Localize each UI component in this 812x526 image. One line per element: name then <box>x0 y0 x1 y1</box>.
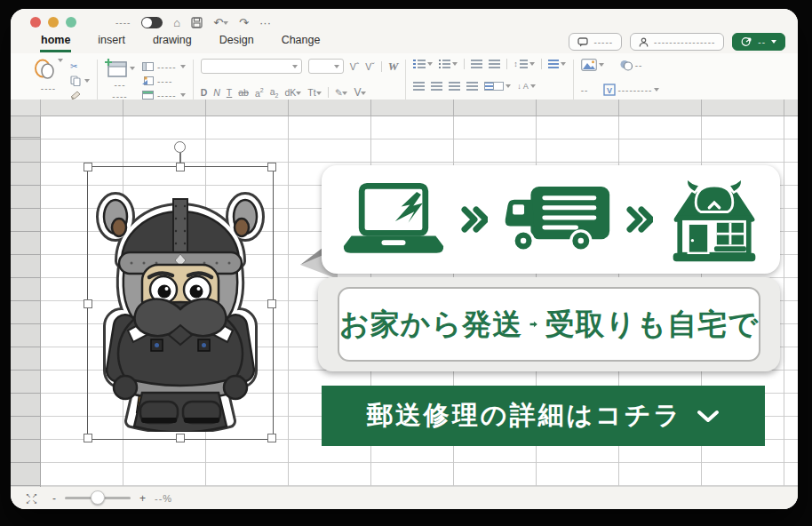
handle-bottom-left[interactable] <box>84 434 92 442</box>
chevron-down-icon <box>697 410 720 423</box>
change-case-button[interactable]: Tt <box>307 87 321 98</box>
column-header-row[interactable] <box>11 100 798 116</box>
font-color-caret-icon <box>361 92 366 95</box>
row-header-column[interactable] <box>11 116 41 487</box>
repair-shop-icon <box>668 175 760 264</box>
bullets-button[interactable] <box>413 60 433 68</box>
share-button[interactable]: -- <box>732 33 785 51</box>
redo-icon[interactable]: ↷ <box>239 17 249 28</box>
handle-middle-left[interactable] <box>84 299 92 308</box>
insert-picture-button[interactable] <box>581 59 604 71</box>
list-options-button[interactable] <box>548 60 566 68</box>
close-button[interactable] <box>30 17 41 28</box>
line-spacing-caret-icon <box>529 62 535 66</box>
insert-cells-button[interactable]: --- ---- <box>105 59 135 101</box>
numbering-button[interactable] <box>439 60 458 68</box>
shapes-caption: -- <box>635 60 643 70</box>
tab-home[interactable]: home <box>40 31 71 52</box>
brush-icon <box>70 91 82 100</box>
clipboard-group: ---- ✂ <box>34 57 90 104</box>
bold-button[interactable]: D <box>201 87 208 98</box>
sort-button[interactable]: ↓A <box>517 82 536 91</box>
copy-icon <box>70 76 81 86</box>
chevrons-right-icon <box>626 203 653 235</box>
zoom-in-button[interactable]: + <box>139 492 146 505</box>
comments-button[interactable]: ----- <box>569 33 622 51</box>
undo-caret-icon <box>223 21 228 25</box>
caption-text-right: 受取りも自宅で <box>545 305 759 345</box>
zoom-slider-thumb[interactable] <box>91 490 105 505</box>
decrease-indent-button[interactable] <box>471 60 482 68</box>
merge-cells-button[interactable] <box>484 82 511 91</box>
line-spacing-button[interactable]: ↕ <box>513 60 535 68</box>
cut-button[interactable]: ✂ <box>70 61 90 72</box>
kerning-button[interactable]: dK <box>284 87 301 98</box>
copy-caret-icon <box>84 79 90 83</box>
rotation-handle[interactable] <box>174 141 186 153</box>
font-name-combobox[interactable] <box>201 59 302 74</box>
highlight-button[interactable]: ✎ <box>335 87 348 98</box>
textbox-caret-icon <box>654 88 659 92</box>
textbox-button[interactable]: V --------- <box>603 84 659 96</box>
handle-bottom-middle[interactable] <box>176 434 185 442</box>
handle-middle-right[interactable] <box>267 299 276 308</box>
underline-button[interactable]: T <box>227 87 232 98</box>
shrink-font-button[interactable]: Vˇ <box>365 61 375 72</box>
tab-design[interactable]: Design <box>219 31 255 52</box>
svg-text:V: V <box>607 86 612 95</box>
tab-insert[interactable]: insert <box>97 31 126 52</box>
wordart-button[interactable]: W <box>388 60 399 74</box>
cells-row2-label: ---- <box>157 76 172 86</box>
bullets-caret-icon <box>427 62 433 66</box>
mail-repair-details-button[interactable]: 郵送修理の詳細はコチラ <box>322 386 765 446</box>
increase-indent-button[interactable] <box>489 60 500 68</box>
align-right-button[interactable] <box>449 82 460 91</box>
subscript-button[interactable]: a2 <box>270 86 279 99</box>
zoom-button[interactable] <box>66 17 76 28</box>
font-size-combobox[interactable] <box>308 59 344 74</box>
paste-caption: ---- <box>41 84 56 93</box>
fullscreen-icon[interactable]: ↖↗ ↙↘ <box>26 492 38 505</box>
home-icon[interactable]: ⌂ <box>173 17 180 28</box>
copy-button[interactable] <box>70 76 90 86</box>
cells-row1-button[interactable]: ----- <box>142 61 186 72</box>
tab-change[interactable]: Change <box>281 31 322 52</box>
shapes-icon <box>619 60 633 71</box>
handle-bottom-right[interactable] <box>267 434 276 442</box>
handle-top-left[interactable] <box>84 163 92 171</box>
save-icon[interactable] <box>191 17 203 28</box>
zoom-out-button[interactable]: - <box>52 492 56 505</box>
insert-shapes-button[interactable]: -- <box>619 60 643 71</box>
traffic-lights <box>30 17 76 28</box>
ribbon-tab-row: home insert drawing Design Change ----- … <box>11 30 798 53</box>
undo-button[interactable]: ↶ <box>213 14 228 30</box>
mascot-character-image[interactable] <box>96 176 265 432</box>
italic-button[interactable]: N <box>213 87 220 98</box>
picture-icon <box>581 59 597 71</box>
kerning-caret-icon <box>296 92 301 95</box>
grow-font-button[interactable]: Vˆ <box>350 61 360 72</box>
paste-button[interactable]: ---- <box>34 59 63 93</box>
account-button[interactable]: ---------------- <box>630 33 724 51</box>
cells-row2-button[interactable]: ---- <box>142 76 186 86</box>
superscript-button[interactable]: a2 <box>255 87 264 99</box>
align-center-button[interactable] <box>431 82 442 91</box>
tab-drawing[interactable]: drawing <box>152 31 193 52</box>
minimize-button[interactable] <box>48 17 59 28</box>
shipping-flow-card <box>322 165 780 274</box>
textbox-icon: V <box>603 84 616 96</box>
handle-top-middle[interactable] <box>176 163 185 171</box>
strikethrough-button[interactable]: ab <box>238 87 249 98</box>
account-label: ---------------- <box>654 37 715 47</box>
zoom-slider[interactable] <box>65 497 131 500</box>
share-label: -- <box>758 37 766 47</box>
spreadsheet-grid[interactable]: お家から発送 受取りも自宅で 郵送修理の詳細はコチラ <box>11 100 798 487</box>
comments-label: ----- <box>593 37 613 47</box>
justify-button[interactable] <box>466 82 478 91</box>
autosave-toggle[interactable] <box>141 17 163 28</box>
handle-top-right[interactable] <box>267 163 276 171</box>
align-left-button[interactable] <box>413 82 425 91</box>
caption-text-left: お家から発送 <box>339 305 522 345</box>
font-color-button[interactable]: V <box>354 86 366 99</box>
more-options-button[interactable]: ··· <box>259 17 271 28</box>
